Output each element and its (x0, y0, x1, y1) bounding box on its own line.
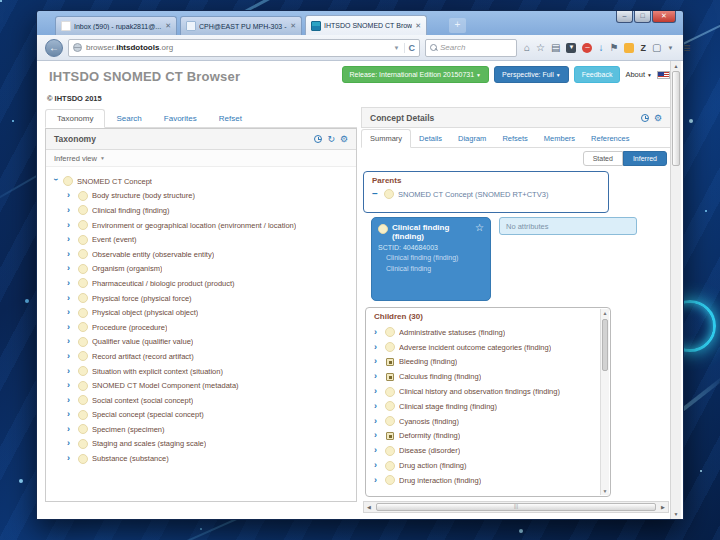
reload-icon[interactable]: C (404, 43, 416, 53)
child-item[interactable]: › Bleeding (finding) (374, 355, 596, 370)
stated-button[interactable]: Stated (583, 151, 623, 166)
tree-item[interactable]: › Clinical finding (finding) (67, 203, 352, 218)
zotero-icon[interactable]: Z (640, 42, 646, 54)
browser-tab[interactable]: IHTSDO SNOMED CT Brow... ✕ (305, 15, 427, 35)
collapse-icon[interactable]: – (372, 190, 380, 198)
tree-item[interactable]: › SNOMED CT Model Component (metadata) (67, 378, 352, 393)
home-icon[interactable]: ⌂ (524, 42, 530, 54)
child-item[interactable]: › Administrative statuses (finding) (374, 325, 596, 340)
pocket-icon[interactable]: ▼ (566, 43, 576, 53)
tree-item[interactable]: › Organism (organism) (67, 262, 352, 277)
child-item[interactable]: › Disease (disorder) (374, 443, 596, 458)
chevron-collapsed-icon[interactable]: › (67, 206, 74, 215)
child-item[interactable]: › Calculus finding (finding) (374, 369, 596, 384)
tree-item[interactable]: › Qualifier value (qualifier value) (67, 335, 352, 350)
browser-tab[interactable]: Inbox (590) - rupak2811@... ✕ (55, 16, 177, 35)
child-item[interactable]: › Adverse incident outcome categories (f… (374, 340, 596, 355)
tree-item[interactable]: › Pharmaceutical / biologic product (pro… (67, 276, 352, 291)
chevron-collapsed-icon[interactable]: › (67, 308, 74, 317)
concept-details-tab[interactable]: Details (411, 130, 450, 147)
chevron-collapsed-icon[interactable]: › (67, 279, 74, 288)
clipboard-icon[interactable]: ▤ (551, 42, 560, 54)
tab-close-icon[interactable]: ✕ (165, 22, 171, 30)
child-item[interactable]: › Cyanosis (finding) (374, 414, 596, 429)
tree-item[interactable]: › Physical object (physical object) (67, 305, 352, 320)
scroll-up-icon[interactable]: ▲ (601, 310, 609, 316)
window-control-button[interactable]: ✕ (652, 11, 676, 23)
left-panel-tab[interactable]: Search (105, 110, 152, 127)
chevron-collapsed-icon[interactable]: › (67, 352, 74, 361)
feedback-button[interactable]: Feedback (574, 66, 621, 83)
tree-item[interactable]: › Event (event) (67, 232, 352, 247)
search-bar[interactable]: Search (425, 39, 517, 57)
chevron-collapsed-icon[interactable]: › (374, 446, 381, 455)
chevron-collapsed-icon[interactable]: › (67, 323, 74, 332)
left-panel-tab[interactable]: Favorites (153, 110, 208, 127)
child-item[interactable]: › Drug action (finding) (374, 458, 596, 473)
left-panel-tab[interactable]: Refset (208, 110, 253, 127)
adblock-icon[interactable]: – (582, 43, 592, 53)
tree-item[interactable]: › Record artifact (record artifact) (67, 349, 352, 364)
tab-close-icon[interactable]: ✕ (415, 22, 421, 30)
new-tab-button[interactable]: + (449, 18, 466, 33)
chevron-collapsed-icon[interactable]: › (374, 402, 381, 411)
tree-item[interactable]: › Procedure (procedure) (67, 320, 352, 335)
chevron-collapsed-icon[interactable]: › (67, 410, 74, 419)
tree-item[interactable]: › Substance (substance) (67, 451, 352, 466)
child-item[interactable]: › Drug interaction (finding) (374, 473, 596, 488)
flag-extension-icon[interactable]: ⚑ (609, 42, 618, 54)
concept-details-tab[interactable]: Summary (361, 129, 411, 148)
site-identity-icon[interactable] (73, 43, 82, 52)
horizontal-scrollbar[interactable]: ◀ ▶ (363, 501, 669, 513)
chevron-collapsed-icon[interactable]: › (374, 343, 381, 352)
tree-item[interactable]: › Physical force (physical force) (67, 291, 352, 306)
scroll-left-icon[interactable]: ◀ (364, 504, 374, 510)
chevron-collapsed-icon[interactable]: › (374, 461, 381, 470)
chevron-collapsed-icon[interactable]: › (67, 367, 74, 376)
tree-item[interactable]: › Staging and scales (staging scale) (67, 437, 352, 452)
chevron-collapsed-icon[interactable]: › (67, 454, 74, 463)
tree-item[interactable]: › Special concept (special concept) (67, 408, 352, 423)
refresh-icon[interactable]: ↻ (327, 134, 335, 144)
chevron-collapsed-icon[interactable]: › (374, 431, 381, 440)
chevron-collapsed-icon[interactable]: › (67, 294, 74, 303)
tree-item[interactable]: › Body structure (body structure) (67, 189, 352, 204)
scrollbar-thumb[interactable] (602, 319, 608, 371)
chevron-collapsed-icon[interactable]: › (67, 425, 74, 434)
tree-item[interactable]: › Environment or geographical location (… (67, 218, 352, 233)
chevron-collapsed-icon[interactable]: › (374, 328, 381, 337)
child-item[interactable]: › Clinical stage finding (finding) (374, 399, 596, 414)
chevron-collapsed-icon[interactable]: › (374, 476, 381, 485)
chevron-collapsed-icon[interactable]: › (67, 439, 74, 448)
favorite-star-icon[interactable]: ☆ (475, 222, 484, 233)
concept-details-tab[interactable]: Diagram (450, 130, 494, 147)
chevron-collapsed-icon[interactable]: › (374, 372, 381, 381)
child-item[interactable]: › Clinical history and observation findi… (374, 384, 596, 399)
scrollbar-thumb[interactable] (672, 71, 680, 166)
gear-icon[interactable]: ⚙ (340, 134, 348, 144)
gear-icon[interactable]: ⚙ (654, 113, 662, 123)
release-button[interactable]: Release: International Edition 20150731 … (342, 66, 489, 83)
history-icon[interactable] (641, 114, 649, 122)
chevron-collapsed-icon[interactable]: › (374, 387, 381, 396)
page-vertical-scrollbar[interactable]: ▲ ▼ (670, 61, 681, 519)
scroll-down-icon[interactable]: ▼ (601, 488, 609, 494)
address-bar[interactable]: browser.ihtsdotools.org ▼ C (68, 39, 420, 57)
tree-root-item[interactable]: › SNOMED CT Concept (52, 174, 352, 189)
chevron-collapsed-icon[interactable]: › (67, 221, 74, 230)
chevron-collapsed-icon[interactable]: › (374, 417, 381, 426)
download-icon[interactable]: ↓ (598, 42, 603, 54)
perspective-button[interactable]: Perspective: Full ▼ (494, 66, 569, 83)
chevron-collapsed-icon[interactable]: › (67, 235, 74, 244)
history-icon[interactable] (314, 135, 322, 143)
tree-item[interactable]: › Social context (social concept) (67, 393, 352, 408)
window-control-button[interactable]: □ (634, 11, 651, 23)
page-action-caret-icon[interactable]: ▼ (667, 45, 673, 51)
child-item[interactable]: › Deformity (finding) (374, 429, 596, 444)
chevron-collapsed-icon[interactable]: › (374, 357, 381, 366)
tree-item[interactable]: › Specimen (specimen) (67, 422, 352, 437)
chevron-collapsed-icon[interactable]: › (67, 264, 74, 273)
parent-item[interactable]: – SNOMED CT Concept (SNOMED RT+CTV3) (372, 189, 600, 199)
chevron-collapsed-icon[interactable]: › (67, 250, 74, 259)
tree-item[interactable]: › Observable entity (observable entity) (67, 247, 352, 262)
